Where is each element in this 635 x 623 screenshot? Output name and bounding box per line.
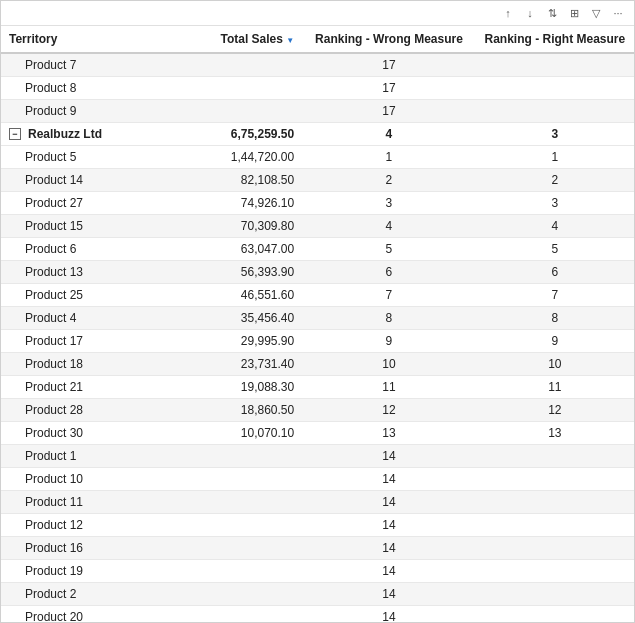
- col-header-right[interactable]: Ranking - Right Measure: [476, 26, 634, 53]
- cell-right: 6: [476, 261, 634, 284]
- cell-sales: [169, 468, 302, 491]
- cell-territory: Product 2: [1, 583, 169, 606]
- cell-wrong: 17: [302, 100, 476, 123]
- cell-territory: Product 28: [1, 399, 169, 422]
- table-row: Product 27 74,926.10 3 3: [1, 192, 634, 215]
- cell-wrong: 14: [302, 583, 476, 606]
- cell-sales: 18,860.50: [169, 399, 302, 422]
- table-row: Product 7 17: [1, 53, 634, 77]
- cell-wrong: 14: [302, 445, 476, 468]
- cell-right: 3: [476, 192, 634, 215]
- table-row: Product 11 14: [1, 491, 634, 514]
- cell-territory: Product 4: [1, 307, 169, 330]
- cell-right: [476, 445, 634, 468]
- table-row: Product 18 23,731.40 10 10: [1, 353, 634, 376]
- cell-territory: Product 6: [1, 238, 169, 261]
- cell-territory: Product 17: [1, 330, 169, 353]
- table-row: Product 13 56,393.90 6 6: [1, 261, 634, 284]
- data-table: Territory Total Sales Ranking - Wrong Me…: [1, 26, 634, 622]
- cell-territory: Product 7: [1, 53, 169, 77]
- expand-icon[interactable]: ⊞: [566, 5, 582, 21]
- cell-territory: Product 30: [1, 422, 169, 445]
- filter-icon[interactable]: ▽: [588, 5, 604, 21]
- cell-wrong: 4: [302, 215, 476, 238]
- cell-wrong: 14: [302, 514, 476, 537]
- cell-sales: 46,551.60: [169, 284, 302, 307]
- cell-wrong: 17: [302, 77, 476, 100]
- cell-right: [476, 100, 634, 123]
- table-row: Product 28 18,860.50 12 12: [1, 399, 634, 422]
- cell-wrong: 11: [302, 376, 476, 399]
- sort-both-icon[interactable]: ⇅: [544, 5, 560, 21]
- col-header-territory[interactable]: Territory: [1, 26, 169, 53]
- cell-right: 1: [476, 146, 634, 169]
- cell-wrong: 2: [302, 169, 476, 192]
- cell-territory: Product 13: [1, 261, 169, 284]
- cell-wrong: 13: [302, 422, 476, 445]
- table-row: Product 20 14: [1, 606, 634, 623]
- table-row: Product 15 70,309.80 4 4: [1, 215, 634, 238]
- cell-right: 11: [476, 376, 634, 399]
- cell-wrong: 14: [302, 537, 476, 560]
- cell-territory: Product 20: [1, 606, 169, 623]
- cell-sales: [169, 583, 302, 606]
- cell-wrong: 14: [302, 560, 476, 583]
- table-row: Product 19 14: [1, 560, 634, 583]
- expand-collapse-icon[interactable]: −: [9, 128, 21, 140]
- sort-desc-icon[interactable]: ↓: [522, 5, 538, 21]
- cell-territory: Product 14: [1, 169, 169, 192]
- cell-right: 12: [476, 399, 634, 422]
- cell-right: 10: [476, 353, 634, 376]
- cell-wrong: 5: [302, 238, 476, 261]
- cell-territory: Product 1: [1, 445, 169, 468]
- cell-territory: Product 21: [1, 376, 169, 399]
- cell-territory: Product 16: [1, 537, 169, 560]
- cell-sales: 63,047.00: [169, 238, 302, 261]
- cell-sales: 29,995.90: [169, 330, 302, 353]
- cell-right: 5: [476, 238, 634, 261]
- cell-sales: 23,731.40: [169, 353, 302, 376]
- col-header-sales[interactable]: Total Sales: [169, 26, 302, 53]
- table-row: Product 9 17: [1, 100, 634, 123]
- table-row: Product 25 46,551.60 7 7: [1, 284, 634, 307]
- group-row[interactable]: − Realbuzz Ltd 6,75,259.50 4 3: [1, 123, 634, 146]
- col-header-wrong[interactable]: Ranking - Wrong Measure: [302, 26, 476, 53]
- cell-wrong: 1: [302, 146, 476, 169]
- cell-territory: Product 15: [1, 215, 169, 238]
- cell-sales: 1,44,720.00: [169, 146, 302, 169]
- cell-sales: 74,926.10: [169, 192, 302, 215]
- cell-territory: Product 9: [1, 100, 169, 123]
- sort-asc-icon[interactable]: ↑: [500, 5, 516, 21]
- cell-territory: Product 11: [1, 491, 169, 514]
- group-wrong: 4: [302, 123, 476, 146]
- cell-wrong: 7: [302, 284, 476, 307]
- table-row: Product 21 19,088.30 11 11: [1, 376, 634, 399]
- cell-wrong: 17: [302, 53, 476, 77]
- table-row: Product 10 14: [1, 468, 634, 491]
- more-icon[interactable]: ···: [610, 5, 626, 21]
- cell-wrong: 14: [302, 606, 476, 623]
- table-row: Product 1 14: [1, 445, 634, 468]
- cell-right: [476, 468, 634, 491]
- cell-wrong: 8: [302, 307, 476, 330]
- cell-sales: [169, 491, 302, 514]
- cell-sales: [169, 100, 302, 123]
- table-row: Product 16 14: [1, 537, 634, 560]
- cell-sales: [169, 537, 302, 560]
- sort-indicator: [286, 32, 294, 46]
- cell-territory: Product 27: [1, 192, 169, 215]
- cell-sales: 56,393.90: [169, 261, 302, 284]
- cell-sales: [169, 445, 302, 468]
- cell-right: 4: [476, 215, 634, 238]
- cell-territory: Product 19: [1, 560, 169, 583]
- main-container: ↑ ↓ ⇅ ⊞ ▽ ··· Territory Total Sales Rank…: [0, 0, 635, 623]
- cell-right: 13: [476, 422, 634, 445]
- cell-territory: Product 18: [1, 353, 169, 376]
- cell-wrong: 14: [302, 468, 476, 491]
- table-row: Product 2 14: [1, 583, 634, 606]
- cell-wrong: 10: [302, 353, 476, 376]
- cell-sales: [169, 53, 302, 77]
- cell-sales: 19,088.30: [169, 376, 302, 399]
- table-wrapper[interactable]: Territory Total Sales Ranking - Wrong Me…: [1, 26, 634, 622]
- cell-right: [476, 77, 634, 100]
